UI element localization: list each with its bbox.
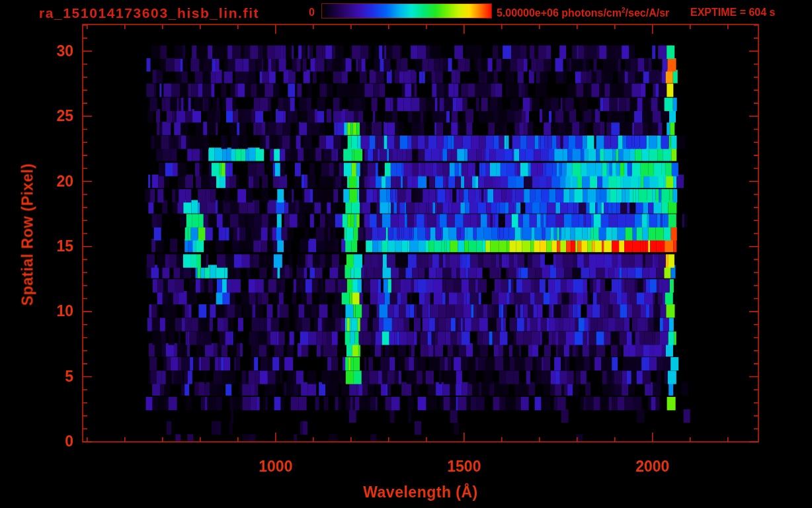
file-title: ra_151014173603_hisb_lin.fit [39,5,259,21]
colorbar-max-value: 5.00000e+06 photons/cm [497,7,622,19]
colorbar-units-post: /sec/A/sr [626,7,670,19]
spectral-viewer-window: ra_151014173603_hisb_lin.fit 0 5.00000e+… [0,0,812,508]
colorbar-min-label: 0 [296,7,315,19]
spectral-heatmap-canvas [0,0,812,508]
colorbar [321,3,492,19]
colorbar-max-label: 5.00000e+06 photons/cm2/sec/A/sr [497,7,669,19]
y-axis-title: Spatial Row (Pixel) [19,119,37,351]
exptime-label: EXPTIME = 604 s [690,7,776,19]
x-axis-title: Wavelength (Å) [0,484,812,501]
